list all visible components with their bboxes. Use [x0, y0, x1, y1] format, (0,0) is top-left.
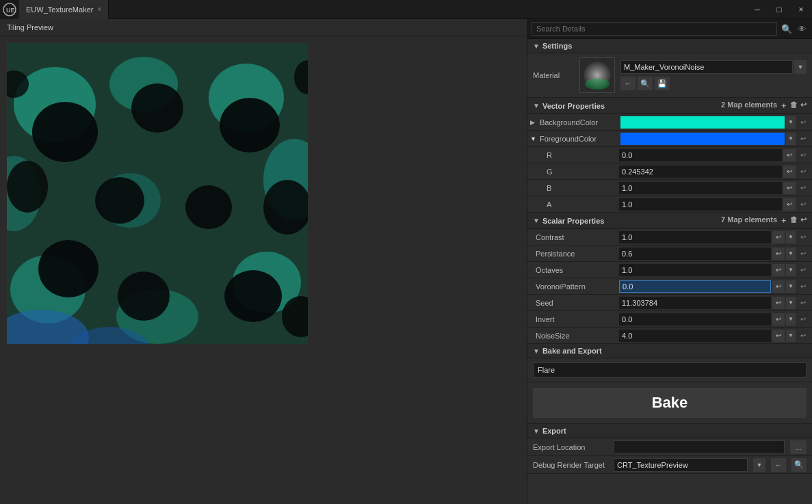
invert-row: Invert ↩ ▼ ↩	[527, 311, 812, 328]
noisesize-reset-btn[interactable]: ↩	[772, 330, 785, 342]
g-input[interactable]	[619, 165, 782, 178]
r-prop-row: R ↩ ↩	[527, 147, 812, 163]
seed-link-btn[interactable]: ↩	[797, 297, 809, 309]
persistance-reset-btn[interactable]: ↩	[772, 248, 785, 260]
contrast-input[interactable]	[619, 231, 771, 243]
svg-point-21	[7, 161, 48, 213]
invert-dropdown-btn[interactable]: ▼	[786, 313, 796, 326]
export-location-input[interactable]	[614, 440, 785, 454]
bg-color-link-btn[interactable]: ↩	[797, 116, 809, 129]
octaves-dropdown-btn[interactable]: ▼	[786, 264, 796, 276]
r-input[interactable]	[619, 149, 782, 161]
contrast-dropdown-btn[interactable]: ▼	[786, 231, 796, 243]
vector-link-btn[interactable]: ↩	[800, 101, 807, 111]
scalar-collapse-icon[interactable]: ▼	[533, 217, 540, 224]
debug-render-label: Debug Render Target	[533, 461, 608, 469]
bake-export-collapse-icon[interactable]: ▼	[533, 347, 540, 355]
fg-color-link-btn[interactable]: ↩	[797, 133, 809, 145]
right-panel: 🔍 👁 ▼ Settings Material	[527, 19, 812, 504]
voronoi-dropdown-btn[interactable]: ▼	[786, 280, 796, 293]
seed-reset-btn[interactable]: ↩	[772, 297, 785, 309]
voronoi-link-btn[interactable]: ↩	[797, 280, 809, 293]
debug-search-btn[interactable]: 🔍	[791, 458, 807, 472]
voronoi-label: VoronoiPattern	[530, 282, 619, 291]
voronoi-row: VoronoiPattern ↩ ▼ ↩	[527, 278, 812, 295]
invert-link-btn[interactable]: ↩	[797, 313, 809, 326]
b-link-btn[interactable]: ↩	[797, 182, 809, 194]
a-reset-btn[interactable]: ↩	[783, 198, 796, 211]
noisesize-link-btn[interactable]: ↩	[797, 330, 809, 342]
bg-color-swatch[interactable]	[620, 116, 785, 129]
bg-color-dropdown-btn[interactable]: ▼	[786, 116, 796, 129]
title-bar: UE EUW_TextureMaker × ─ □ ×	[0, 0, 812, 19]
voronoi-input[interactable]	[619, 280, 771, 293]
bake-name-input[interactable]	[533, 362, 807, 377]
material-save-btn[interactable]: 💾	[655, 77, 670, 90]
settings-collapse-icon[interactable]: ▼	[533, 42, 540, 50]
fg-color-expand-icon[interactable]: ▼	[530, 135, 540, 142]
search-input[interactable]	[532, 22, 777, 36]
close-button[interactable]: ×	[790, 0, 812, 19]
g-link-btn[interactable]: ↩	[797, 165, 809, 178]
svg-point-15	[131, 83, 183, 133]
contrast-value-area: ↩ ▼ ↩	[619, 231, 809, 243]
octaves-reset-btn[interactable]: ↩	[772, 264, 785, 276]
fg-color-dropdown-btn[interactable]: ▼	[786, 133, 796, 145]
scalar-properties-label: Scalar Properties	[542, 217, 605, 225]
a-link-btn[interactable]: ↩	[797, 198, 809, 211]
vector-delete-btn[interactable]: 🗑	[790, 101, 798, 111]
b-value-area: ↩ ↩	[619, 182, 809, 194]
r-link-btn[interactable]: ↩	[797, 149, 809, 161]
bg-color-expand-icon[interactable]: ▶	[530, 119, 540, 126]
seed-row: Seed ↩ ▼ ↩	[527, 295, 812, 311]
material-back-btn[interactable]: ←	[620, 77, 636, 90]
debug-back-btn[interactable]: ←	[771, 458, 786, 472]
fg-color-swatch[interactable]	[620, 133, 785, 145]
noisesize-input[interactable]	[619, 330, 771, 342]
main-container: Tiling Preview	[0, 19, 812, 504]
svg-point-14	[32, 102, 98, 162]
vector-properties-label: Vector Properties	[542, 102, 605, 110]
material-search-btn[interactable]: 🔍	[638, 77, 653, 90]
vector-add-btn[interactable]: ＋	[780, 101, 787, 111]
tab-close-icon[interactable]: ×	[97, 5, 101, 13]
seed-dropdown-btn[interactable]: ▼	[786, 297, 796, 309]
seed-input[interactable]	[619, 297, 771, 309]
persistance-dropdown-btn[interactable]: ▼	[786, 248, 796, 260]
texture-svg	[7, 43, 308, 344]
b-reset-btn[interactable]: ↩	[783, 182, 796, 194]
export-collapse-icon[interactable]: ▼	[533, 427, 540, 435]
export-browse-btn[interactable]: ...	[790, 440, 807, 454]
b-input[interactable]	[619, 182, 782, 194]
contrast-reset-btn[interactable]: ↩	[772, 231, 785, 243]
g-reset-btn[interactable]: ↩	[783, 165, 796, 178]
material-name-input[interactable]	[620, 60, 793, 74]
maximize-button[interactable]: □	[768, 0, 790, 19]
minimize-button[interactable]: ─	[746, 0, 768, 19]
invert-input[interactable]	[619, 313, 771, 326]
persistance-link-btn[interactable]: ↩	[797, 248, 809, 260]
bake-export-header: ▼ Bake and Export	[527, 344, 812, 358]
a-input[interactable]	[619, 198, 782, 211]
contrast-link-btn[interactable]: ↩	[797, 231, 809, 243]
scalar-delete-btn[interactable]: 🗑	[790, 215, 798, 226]
persistance-input[interactable]	[619, 248, 771, 260]
bake-button[interactable]: Bake	[533, 388, 807, 418]
scalar-link-btn[interactable]: ↩	[800, 215, 807, 226]
debug-dropdown-btn[interactable]: ▼	[753, 458, 765, 472]
filter-icon[interactable]: 👁	[796, 23, 808, 36]
search-icon[interactable]: 🔍	[780, 23, 794, 36]
r-reset-btn[interactable]: ↩	[783, 149, 796, 161]
octaves-input[interactable]	[619, 264, 771, 276]
material-dropdown-btn[interactable]: ▼	[794, 60, 807, 74]
debug-render-input[interactable]	[614, 458, 748, 472]
noisesize-dropdown-btn[interactable]: ▼	[786, 330, 796, 342]
export-location-row: Export Location ...	[527, 438, 812, 456]
r-label: R	[530, 151, 619, 159]
octaves-link-btn[interactable]: ↩	[797, 264, 809, 276]
scalar-add-btn[interactable]: ＋	[780, 215, 787, 226]
invert-reset-btn[interactable]: ↩	[772, 313, 785, 326]
vector-collapse-icon[interactable]: ▼	[533, 102, 540, 109]
voronoi-reset-btn[interactable]: ↩	[772, 280, 785, 293]
editor-tab[interactable]: EUW_TextureMaker ×	[19, 0, 109, 19]
